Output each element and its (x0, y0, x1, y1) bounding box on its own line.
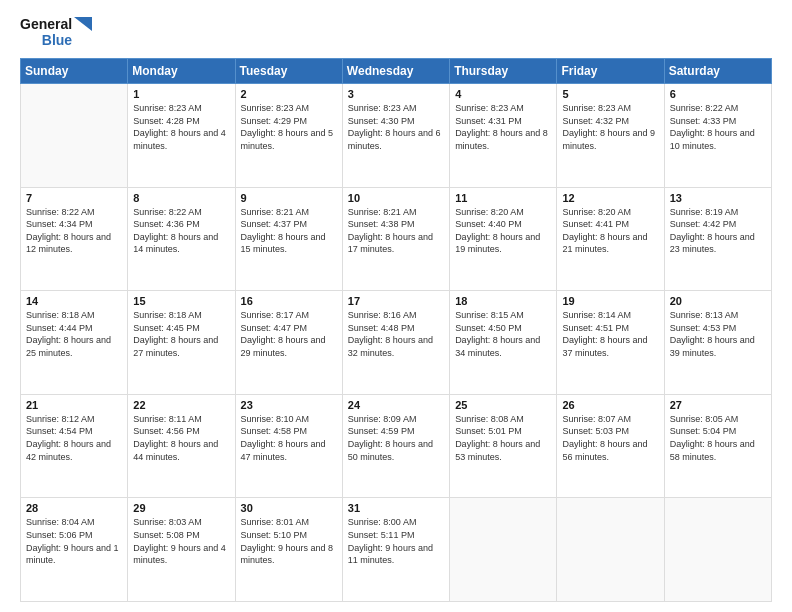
calendar-table: SundayMondayTuesdayWednesdayThursdayFrid… (20, 58, 772, 602)
cell-info: Sunrise: 8:09 AMSunset: 4:59 PMDaylight:… (348, 413, 444, 463)
calendar-cell: 31Sunrise: 8:00 AMSunset: 5:11 PMDayligh… (342, 498, 449, 602)
calendar-cell: 24Sunrise: 8:09 AMSunset: 4:59 PMDayligh… (342, 394, 449, 498)
col-header-saturday: Saturday (664, 59, 771, 84)
calendar-cell: 13Sunrise: 8:19 AMSunset: 4:42 PMDayligh… (664, 187, 771, 291)
calendar-cell: 16Sunrise: 8:17 AMSunset: 4:47 PMDayligh… (235, 291, 342, 395)
day-number: 11 (455, 192, 551, 204)
day-number: 21 (26, 399, 122, 411)
week-row-2: 14Sunrise: 8:18 AMSunset: 4:44 PMDayligh… (21, 291, 772, 395)
calendar-cell: 15Sunrise: 8:18 AMSunset: 4:45 PMDayligh… (128, 291, 235, 395)
week-row-4: 28Sunrise: 8:04 AMSunset: 5:06 PMDayligh… (21, 498, 772, 602)
calendar-cell: 8Sunrise: 8:22 AMSunset: 4:36 PMDaylight… (128, 187, 235, 291)
calendar-header-row: SundayMondayTuesdayWednesdayThursdayFrid… (21, 59, 772, 84)
calendar-cell: 4Sunrise: 8:23 AMSunset: 4:31 PMDaylight… (450, 84, 557, 188)
col-header-monday: Monday (128, 59, 235, 84)
week-row-1: 7Sunrise: 8:22 AMSunset: 4:34 PMDaylight… (21, 187, 772, 291)
cell-info: Sunrise: 8:19 AMSunset: 4:42 PMDaylight:… (670, 206, 766, 256)
day-number: 5 (562, 88, 658, 100)
logo-arrow-icon (74, 17, 92, 47)
calendar-cell: 12Sunrise: 8:20 AMSunset: 4:41 PMDayligh… (557, 187, 664, 291)
calendar-cell: 22Sunrise: 8:11 AMSunset: 4:56 PMDayligh… (128, 394, 235, 498)
cell-info: Sunrise: 8:20 AMSunset: 4:40 PMDaylight:… (455, 206, 551, 256)
calendar-cell: 17Sunrise: 8:16 AMSunset: 4:48 PMDayligh… (342, 291, 449, 395)
cell-info: Sunrise: 8:16 AMSunset: 4:48 PMDaylight:… (348, 309, 444, 359)
calendar-cell: 9Sunrise: 8:21 AMSunset: 4:37 PMDaylight… (235, 187, 342, 291)
header: General Blue (20, 16, 772, 48)
day-number: 10 (348, 192, 444, 204)
calendar-cell: 27Sunrise: 8:05 AMSunset: 5:04 PMDayligh… (664, 394, 771, 498)
week-row-0: 1Sunrise: 8:23 AMSunset: 4:28 PMDaylight… (21, 84, 772, 188)
day-number: 15 (133, 295, 229, 307)
day-number: 19 (562, 295, 658, 307)
calendar-cell: 30Sunrise: 8:01 AMSunset: 5:10 PMDayligh… (235, 498, 342, 602)
calendar-cell: 25Sunrise: 8:08 AMSunset: 5:01 PMDayligh… (450, 394, 557, 498)
cell-info: Sunrise: 8:23 AMSunset: 4:31 PMDaylight:… (455, 102, 551, 152)
day-number: 2 (241, 88, 337, 100)
cell-info: Sunrise: 8:11 AMSunset: 4:56 PMDaylight:… (133, 413, 229, 463)
day-number: 24 (348, 399, 444, 411)
cell-info: Sunrise: 8:12 AMSunset: 4:54 PMDaylight:… (26, 413, 122, 463)
logo-general: General (20, 16, 72, 32)
cell-info: Sunrise: 8:21 AMSunset: 4:37 PMDaylight:… (241, 206, 337, 256)
col-header-thursday: Thursday (450, 59, 557, 84)
day-number: 8 (133, 192, 229, 204)
cell-info: Sunrise: 8:23 AMSunset: 4:30 PMDaylight:… (348, 102, 444, 152)
calendar-cell: 7Sunrise: 8:22 AMSunset: 4:34 PMDaylight… (21, 187, 128, 291)
calendar-cell: 5Sunrise: 8:23 AMSunset: 4:32 PMDaylight… (557, 84, 664, 188)
cell-info: Sunrise: 8:22 AMSunset: 4:36 PMDaylight:… (133, 206, 229, 256)
calendar-cell: 20Sunrise: 8:13 AMSunset: 4:53 PMDayligh… (664, 291, 771, 395)
calendar-cell: 10Sunrise: 8:21 AMSunset: 4:38 PMDayligh… (342, 187, 449, 291)
col-header-sunday: Sunday (21, 59, 128, 84)
cell-info: Sunrise: 8:23 AMSunset: 4:32 PMDaylight:… (562, 102, 658, 152)
day-number: 31 (348, 502, 444, 514)
day-number: 26 (562, 399, 658, 411)
day-number: 14 (26, 295, 122, 307)
cell-info: Sunrise: 8:05 AMSunset: 5:04 PMDaylight:… (670, 413, 766, 463)
calendar-cell: 11Sunrise: 8:20 AMSunset: 4:40 PMDayligh… (450, 187, 557, 291)
calendar-cell (557, 498, 664, 602)
cell-info: Sunrise: 8:20 AMSunset: 4:41 PMDaylight:… (562, 206, 658, 256)
cell-info: Sunrise: 8:23 AMSunset: 4:28 PMDaylight:… (133, 102, 229, 152)
week-row-3: 21Sunrise: 8:12 AMSunset: 4:54 PMDayligh… (21, 394, 772, 498)
calendar-cell: 21Sunrise: 8:12 AMSunset: 4:54 PMDayligh… (21, 394, 128, 498)
cell-info: Sunrise: 8:07 AMSunset: 5:03 PMDaylight:… (562, 413, 658, 463)
cell-info: Sunrise: 8:13 AMSunset: 4:53 PMDaylight:… (670, 309, 766, 359)
calendar-cell: 2Sunrise: 8:23 AMSunset: 4:29 PMDaylight… (235, 84, 342, 188)
calendar-cell: 18Sunrise: 8:15 AMSunset: 4:50 PMDayligh… (450, 291, 557, 395)
cell-info: Sunrise: 8:18 AMSunset: 4:44 PMDaylight:… (26, 309, 122, 359)
cell-info: Sunrise: 8:18 AMSunset: 4:45 PMDaylight:… (133, 309, 229, 359)
day-number: 16 (241, 295, 337, 307)
day-number: 4 (455, 88, 551, 100)
day-number: 1 (133, 88, 229, 100)
cell-info: Sunrise: 8:22 AMSunset: 4:33 PMDaylight:… (670, 102, 766, 152)
cell-info: Sunrise: 8:17 AMSunset: 4:47 PMDaylight:… (241, 309, 337, 359)
day-number: 18 (455, 295, 551, 307)
cell-info: Sunrise: 8:08 AMSunset: 5:01 PMDaylight:… (455, 413, 551, 463)
day-number: 13 (670, 192, 766, 204)
calendar-cell: 19Sunrise: 8:14 AMSunset: 4:51 PMDayligh… (557, 291, 664, 395)
calendar-cell (664, 498, 771, 602)
day-number: 17 (348, 295, 444, 307)
calendar-cell: 6Sunrise: 8:22 AMSunset: 4:33 PMDaylight… (664, 84, 771, 188)
day-number: 22 (133, 399, 229, 411)
col-header-friday: Friday (557, 59, 664, 84)
cell-info: Sunrise: 8:04 AMSunset: 5:06 PMDaylight:… (26, 516, 122, 566)
calendar-cell (21, 84, 128, 188)
calendar-cell: 23Sunrise: 8:10 AMSunset: 4:58 PMDayligh… (235, 394, 342, 498)
cell-info: Sunrise: 8:03 AMSunset: 5:08 PMDaylight:… (133, 516, 229, 566)
calendar-cell (450, 498, 557, 602)
day-number: 25 (455, 399, 551, 411)
day-number: 29 (133, 502, 229, 514)
cell-info: Sunrise: 8:21 AMSunset: 4:38 PMDaylight:… (348, 206, 444, 256)
svg-marker-0 (74, 17, 92, 31)
col-header-tuesday: Tuesday (235, 59, 342, 84)
logo: General Blue (20, 16, 92, 48)
day-number: 9 (241, 192, 337, 204)
calendar-cell: 29Sunrise: 8:03 AMSunset: 5:08 PMDayligh… (128, 498, 235, 602)
day-number: 20 (670, 295, 766, 307)
cell-info: Sunrise: 8:14 AMSunset: 4:51 PMDaylight:… (562, 309, 658, 359)
cell-info: Sunrise: 8:10 AMSunset: 4:58 PMDaylight:… (241, 413, 337, 463)
day-number: 12 (562, 192, 658, 204)
calendar-cell: 28Sunrise: 8:04 AMSunset: 5:06 PMDayligh… (21, 498, 128, 602)
logo-blue: Blue (42, 32, 72, 48)
